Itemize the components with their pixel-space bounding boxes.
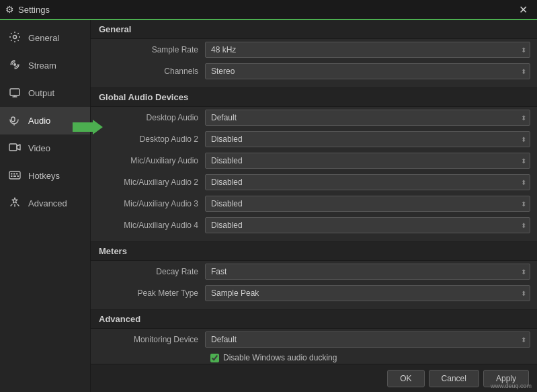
advanced-icon [8, 196, 22, 210]
monitoring-device-label: Monitoring Device [97, 335, 205, 344]
monitoring-device-row: Monitoring Device Default [91, 329, 537, 350]
meters-section: Meters Decay Rate Fast Peak Meter Type [91, 242, 537, 310]
sidebar-item-output-label: Output [28, 88, 54, 98]
svg-rect-8 [9, 171, 20, 179]
desktop-audio-label: Desktop Audio [97, 113, 205, 122]
cancel-button[interactable]: Cancel [429, 370, 479, 387]
main-layout: General Stream Output [0, 20, 537, 392]
general-section-header: General [91, 20, 537, 39]
channels-control: Stereo [205, 63, 530, 79]
sidebar-item-advanced[interactable]: Advanced [0, 190, 90, 217]
svg-rect-11 [16, 173, 18, 175]
stream-icon [8, 58, 22, 73]
svg-rect-2 [10, 89, 19, 95]
sidebar-item-general[interactable]: General [0, 24, 90, 52]
advanced-section-header: Advanced [91, 310, 537, 329]
desktop-audio2-label: Desktop Audio 2 [97, 134, 205, 144]
mic-aux4-select[interactable]: Disabled [205, 217, 530, 233]
channels-label: Channels [97, 67, 205, 76]
peak-meter-control: Sample Peak [205, 285, 530, 301]
audio-ducking-checkbox[interactable] [210, 354, 219, 362]
ok-button[interactable]: OK [387, 370, 424, 387]
global-audio-section: Global Audio Devices Desktop Audio Defau… [91, 88, 537, 242]
content-area: General Sample Rate 48 kHz Channels [91, 20, 537, 392]
apply-button[interactable]: Apply [483, 370, 529, 387]
meters-section-header: Meters [91, 242, 537, 261]
bottom-bar: OK Cancel Apply [91, 364, 537, 392]
desktop-audio2-select-wrapper: Disabled [205, 131, 530, 147]
channels-select-wrapper: Stereo [205, 63, 530, 79]
sample-rate-control: 48 kHz [205, 42, 530, 58]
desktop-audio2-row: Desktop Audio 2 Disabled [91, 128, 537, 150]
mic-aux2-label: Mic/Auxiliary Audio 2 [97, 178, 205, 187]
mic-aux3-select-wrapper: Disabled [205, 196, 530, 212]
sidebar-item-stream-label: Stream [28, 61, 56, 71]
video-icon [8, 141, 22, 155]
sidebar-item-advanced-label: Advanced [28, 198, 67, 208]
global-audio-section-header: Global Audio Devices [91, 88, 537, 107]
peak-meter-row: Peak Meter Type Sample Peak [91, 282, 537, 304]
mic-aux2-row: Mic/Auxiliary Audio 2 Disabled [91, 171, 537, 193]
desktop-audio2-control: Disabled [205, 131, 530, 147]
sidebar-item-video[interactable]: Video [0, 134, 90, 162]
peak-meter-select[interactable]: Sample Peak [205, 285, 530, 301]
mic-aux-control: Disabled [205, 153, 530, 169]
general-section: General Sample Rate 48 kHz Channels [91, 20, 537, 88]
sample-rate-row: Sample Rate 48 kHz [91, 39, 537, 61]
hotkeys-icon [8, 169, 22, 183]
svg-rect-7 [9, 144, 17, 151]
mic-aux-select-wrapper: Disabled [205, 153, 530, 169]
audio-ducking-row: Disable Windows audio ducking [91, 350, 537, 365]
desktop-audio-control: Default [205, 110, 530, 126]
sidebar-item-output[interactable]: Output [0, 79, 90, 107]
decay-rate-control: Fast [205, 264, 530, 280]
desktop-audio-row: Desktop Audio Default [91, 107, 537, 128]
desktop-audio-select-wrapper: Default [205, 110, 530, 126]
mic-aux3-row: Mic/Auxiliary Audio 3 Disabled [91, 193, 537, 214]
sidebar-item-audio[interactable]: Audio [0, 107, 90, 134]
mic-aux3-control: Disabled [205, 196, 530, 212]
svg-point-0 [13, 36, 17, 39]
title-bar-left: ⚙ Settings [5, 4, 50, 15]
mic-aux2-select-wrapper: Disabled [205, 174, 530, 190]
mic-aux-row: Mic/Auxiliary Audio Disabled [91, 150, 537, 171]
decay-rate-select[interactable]: Fast [205, 264, 530, 280]
mic-aux4-label: Mic/Auxiliary Audio 4 [97, 221, 205, 230]
peak-meter-select-wrapper: Sample Peak [205, 285, 530, 301]
mic-aux2-select[interactable]: Disabled [205, 174, 530, 190]
monitoring-device-control: Default [205, 331, 530, 348]
sample-rate-select[interactable]: 48 kHz [205, 42, 530, 58]
mic-aux4-select-wrapper: Disabled [205, 217, 530, 233]
mic-aux2-control: Disabled [205, 174, 530, 190]
desktop-audio-select[interactable]: Default [205, 110, 530, 126]
general-icon [8, 31, 22, 45]
sidebar: General Stream Output [0, 20, 91, 392]
audio-ducking-label: Disable Windows audio ducking [223, 353, 337, 362]
svg-rect-14 [17, 175, 19, 177]
decay-rate-row: Decay Rate Fast [91, 261, 537, 282]
title-bar-title: Settings [18, 5, 50, 15]
svg-rect-12 [11, 175, 13, 177]
decay-rate-label: Decay Rate [97, 267, 205, 276]
monitoring-device-select[interactable]: Default [205, 331, 530, 348]
sidebar-item-stream[interactable]: Stream [0, 52, 90, 79]
sidebar-item-audio-label: Audio [28, 116, 50, 126]
mic-aux-label: Mic/Auxiliary Audio [97, 156, 205, 165]
sample-rate-select-wrapper: 48 kHz [205, 42, 530, 58]
peak-meter-label: Peak Meter Type [97, 288, 205, 298]
mic-aux3-select[interactable]: Disabled [205, 196, 530, 212]
close-button[interactable]: ✕ [515, 2, 532, 17]
mic-aux-select[interactable]: Disabled [205, 153, 530, 169]
svg-rect-9 [11, 173, 13, 175]
desktop-audio2-select[interactable]: Disabled [205, 131, 530, 147]
svg-rect-13 [13, 175, 16, 177]
output-icon [8, 86, 22, 100]
channels-select[interactable]: Stereo [205, 63, 530, 79]
decay-rate-select-wrapper: Fast [205, 264, 530, 280]
channels-row: Channels Stereo [91, 61, 537, 82]
monitoring-device-select-wrapper: Default [205, 331, 530, 348]
sidebar-item-hotkeys[interactable]: Hotkeys [0, 162, 90, 190]
mic-aux4-row: Mic/Auxiliary Audio 4 Disabled [91, 214, 537, 236]
advanced-section: Advanced Monitoring Device Default Disab… [91, 310, 537, 371]
sidebar-item-hotkeys-label: Hotkeys [28, 171, 60, 181]
